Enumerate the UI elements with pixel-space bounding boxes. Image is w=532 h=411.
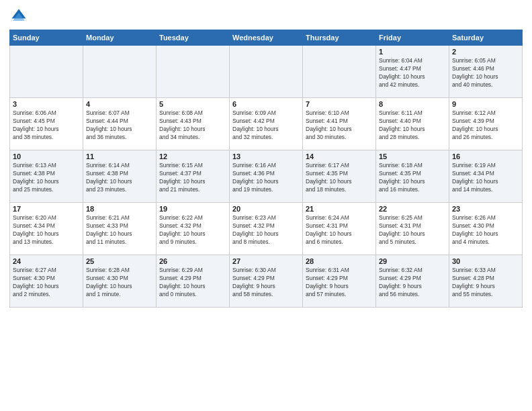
day-number: 14 — [306, 152, 373, 161]
day-number: 25 — [86, 257, 153, 265]
day-number: 17 — [13, 205, 80, 213]
calendar-cell: 16Sunrise: 6:19 AM Sunset: 4:34 PM Dayli… — [449, 150, 523, 203]
day-info: Sunrise: 6:32 AM Sunset: 4:29 PM Dayligh… — [379, 267, 446, 299]
day-info: Sunrise: 6:19 AM Sunset: 4:34 PM Dayligh… — [452, 162, 519, 194]
calendar-cell: 7Sunrise: 6:10 AM Sunset: 4:41 PM Daylig… — [303, 98, 376, 150]
header — [9, 7, 523, 26]
calendar-cell: 8Sunrise: 6:11 AM Sunset: 4:40 PM Daylig… — [376, 98, 449, 150]
calendar-cell — [83, 46, 157, 98]
day-number: 26 — [159, 257, 226, 265]
day-info: Sunrise: 6:04 AM Sunset: 4:47 PM Dayligh… — [379, 57, 446, 89]
logo-icon — [9, 7, 28, 26]
calendar-cell: 24Sunrise: 6:27 AM Sunset: 4:30 PM Dayli… — [10, 255, 83, 308]
day-number: 28 — [306, 257, 373, 265]
weekday-header-sunday: Sunday — [10, 30, 83, 46]
calendar-cell: 6Sunrise: 6:09 AM Sunset: 4:42 PM Daylig… — [230, 98, 303, 150]
calendar-cell: 1Sunrise: 6:04 AM Sunset: 4:47 PM Daylig… — [376, 46, 449, 98]
day-number: 18 — [86, 205, 153, 213]
day-info: Sunrise: 6:17 AM Sunset: 4:35 PM Dayligh… — [306, 162, 373, 194]
calendar-row-1: 3Sunrise: 6:06 AM Sunset: 4:45 PM Daylig… — [10, 98, 523, 150]
day-info: Sunrise: 6:22 AM Sunset: 4:32 PM Dayligh… — [159, 214, 226, 246]
calendar-cell: 13Sunrise: 6:16 AM Sunset: 4:36 PM Dayli… — [230, 150, 303, 203]
day-info: Sunrise: 6:14 AM Sunset: 4:38 PM Dayligh… — [86, 162, 153, 194]
day-info: Sunrise: 6:28 AM Sunset: 4:30 PM Dayligh… — [86, 267, 153, 299]
calendar-cell: 19Sunrise: 6:22 AM Sunset: 4:32 PM Dayli… — [157, 203, 230, 255]
day-info: Sunrise: 6:23 AM Sunset: 4:32 PM Dayligh… — [232, 214, 300, 246]
calendar-row-0: 1Sunrise: 6:04 AM Sunset: 4:47 PM Daylig… — [10, 46, 523, 98]
day-info: Sunrise: 6:09 AM Sunset: 4:42 PM Dayligh… — [232, 109, 300, 142]
day-info: Sunrise: 6:10 AM Sunset: 4:41 PM Dayligh… — [306, 109, 373, 142]
weekday-header-wednesday: Wednesday — [230, 30, 303, 46]
day-number: 5 — [159, 100, 226, 108]
day-number: 4 — [86, 100, 153, 108]
calendar-cell: 12Sunrise: 6:15 AM Sunset: 4:37 PM Dayli… — [157, 150, 230, 203]
day-info: Sunrise: 6:25 AM Sunset: 4:31 PM Dayligh… — [379, 214, 446, 246]
day-info: Sunrise: 6:20 AM Sunset: 4:34 PM Dayligh… — [13, 214, 80, 246]
day-number: 16 — [452, 152, 519, 161]
day-number: 7 — [306, 100, 373, 108]
day-info: Sunrise: 6:16 AM Sunset: 4:36 PM Dayligh… — [232, 162, 300, 194]
logo — [9, 7, 31, 26]
weekday-header-friday: Friday — [376, 30, 449, 46]
day-number: 27 — [232, 257, 300, 265]
calendar-cell: 3Sunrise: 6:06 AM Sunset: 4:45 PM Daylig… — [10, 98, 83, 150]
calendar-cell: 9Sunrise: 6:12 AM Sunset: 4:39 PM Daylig… — [449, 98, 523, 150]
calendar-cell — [157, 46, 230, 98]
calendar-cell: 22Sunrise: 6:25 AM Sunset: 4:31 PM Dayli… — [376, 203, 449, 255]
calendar-table: SundayMondayTuesdayWednesdayThursdayFrid… — [9, 30, 523, 308]
day-info: Sunrise: 6:33 AM Sunset: 4:28 PM Dayligh… — [452, 267, 519, 299]
calendar-cell: 30Sunrise: 6:33 AM Sunset: 4:28 PM Dayli… — [449, 255, 523, 308]
day-number: 29 — [379, 257, 446, 265]
day-info: Sunrise: 6:13 AM Sunset: 4:38 PM Dayligh… — [13, 162, 80, 194]
calendar-cell: 11Sunrise: 6:14 AM Sunset: 4:38 PM Dayli… — [83, 150, 157, 203]
day-info: Sunrise: 6:05 AM Sunset: 4:46 PM Dayligh… — [452, 57, 519, 89]
calendar-cell — [10, 46, 83, 98]
calendar-cell: 29Sunrise: 6:32 AM Sunset: 4:29 PM Dayli… — [376, 255, 449, 308]
day-number: 6 — [232, 100, 300, 108]
calendar-cell: 17Sunrise: 6:20 AM Sunset: 4:34 PM Dayli… — [10, 203, 83, 255]
weekday-header-saturday: Saturday — [449, 30, 523, 46]
day-number: 15 — [379, 152, 446, 161]
day-number: 24 — [13, 257, 80, 265]
calendar-cell: 18Sunrise: 6:21 AM Sunset: 4:33 PM Dayli… — [83, 203, 157, 255]
day-number: 2 — [452, 48, 519, 56]
day-info: Sunrise: 6:27 AM Sunset: 4:30 PM Dayligh… — [13, 267, 80, 299]
day-number: 8 — [379, 100, 446, 108]
weekday-header-tuesday: Tuesday — [157, 30, 230, 46]
weekday-header-row: SundayMondayTuesdayWednesdayThursdayFrid… — [10, 30, 523, 46]
day-number: 3 — [13, 100, 80, 108]
calendar-cell: 10Sunrise: 6:13 AM Sunset: 4:38 PM Dayli… — [10, 150, 83, 203]
day-number: 20 — [232, 205, 300, 213]
day-number: 23 — [452, 205, 519, 213]
day-number: 1 — [379, 48, 446, 56]
calendar-cell: 15Sunrise: 6:18 AM Sunset: 4:35 PM Dayli… — [376, 150, 449, 203]
day-number: 30 — [452, 257, 519, 265]
day-info: Sunrise: 6:24 AM Sunset: 4:31 PM Dayligh… — [306, 214, 373, 246]
day-info: Sunrise: 6:29 AM Sunset: 4:29 PM Dayligh… — [159, 267, 226, 299]
day-number: 12 — [159, 152, 226, 161]
calendar-cell — [303, 46, 376, 98]
day-info: Sunrise: 6:06 AM Sunset: 4:45 PM Dayligh… — [13, 109, 80, 142]
day-number: 19 — [159, 205, 226, 213]
calendar-row-4: 24Sunrise: 6:27 AM Sunset: 4:30 PM Dayli… — [10, 255, 523, 308]
day-info: Sunrise: 6:21 AM Sunset: 4:33 PM Dayligh… — [86, 214, 153, 246]
calendar-cell: 27Sunrise: 6:30 AM Sunset: 4:29 PM Dayli… — [230, 255, 303, 308]
calendar-cell: 26Sunrise: 6:29 AM Sunset: 4:29 PM Dayli… — [157, 255, 230, 308]
weekday-header-monday: Monday — [83, 30, 157, 46]
calendar-cell: 2Sunrise: 6:05 AM Sunset: 4:46 PM Daylig… — [449, 46, 523, 98]
day-number: 22 — [379, 205, 446, 213]
calendar-cell: 14Sunrise: 6:17 AM Sunset: 4:35 PM Dayli… — [303, 150, 376, 203]
day-number: 21 — [306, 205, 373, 213]
day-number: 13 — [232, 152, 300, 161]
day-info: Sunrise: 6:07 AM Sunset: 4:44 PM Dayligh… — [86, 109, 153, 142]
day-info: Sunrise: 6:26 AM Sunset: 4:30 PM Dayligh… — [452, 214, 519, 246]
day-number: 9 — [452, 100, 519, 108]
calendar-cell: 28Sunrise: 6:31 AM Sunset: 4:29 PM Dayli… — [303, 255, 376, 308]
day-number: 11 — [86, 152, 153, 161]
calendar-row-2: 10Sunrise: 6:13 AM Sunset: 4:38 PM Dayli… — [10, 150, 523, 203]
weekday-header-thursday: Thursday — [303, 30, 376, 46]
day-info: Sunrise: 6:18 AM Sunset: 4:35 PM Dayligh… — [379, 162, 446, 194]
calendar-cell: 5Sunrise: 6:08 AM Sunset: 4:43 PM Daylig… — [157, 98, 230, 150]
day-number: 10 — [13, 152, 80, 161]
calendar-cell: 4Sunrise: 6:07 AM Sunset: 4:44 PM Daylig… — [83, 98, 157, 150]
